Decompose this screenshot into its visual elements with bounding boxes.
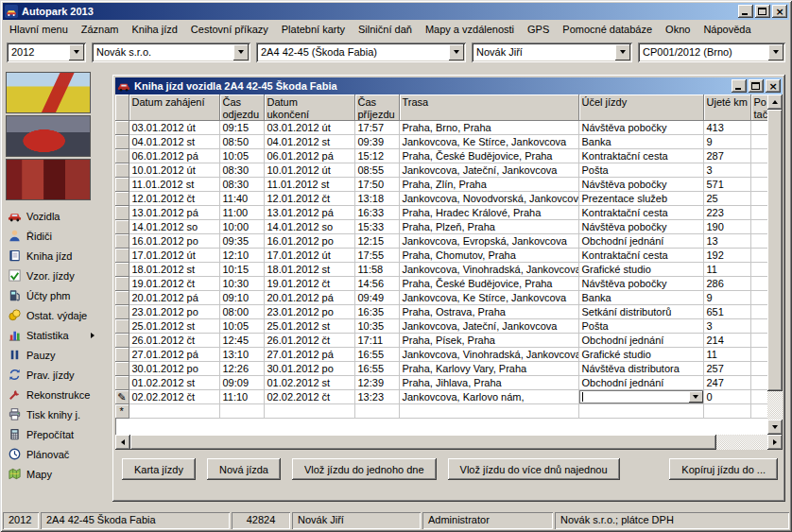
logbook-cell[interactable]: 30.01.2012 po	[129, 362, 219, 376]
logbook-cell[interactable]: 09:10	[219, 291, 264, 305]
sidebar-item-pauzy[interactable]: Pauzy	[6, 345, 100, 365]
logbook-cell[interactable]: Praha, Zlín, Praha	[399, 178, 578, 192]
logbook-cell[interactable]	[750, 277, 767, 291]
logbook-cell[interactable]: 08:30	[219, 163, 264, 178]
menu-item[interactable]: Nápověda	[697, 21, 757, 39]
logbook-cell[interactable]: 23.01.2012 po	[264, 305, 354, 319]
logbook-cell[interactable]: 11:00	[219, 206, 264, 220]
logbook-cell[interactable]: 12:26	[219, 362, 264, 376]
scroll-down-button[interactable]	[767, 420, 783, 435]
logbook-cell[interactable]: 09:49	[354, 291, 399, 305]
copy-trip-button[interactable]: Kopíruj jízdu do ...	[669, 458, 778, 480]
logbook-cell[interactable]: 16:55	[354, 348, 399, 362]
logbook-cell[interactable]: 16.01.2012 po	[264, 234, 354, 249]
logbook-cell[interactable]: 08:00	[219, 305, 264, 319]
logbook-cell[interactable]	[750, 121, 767, 135]
logbook-cell[interactable]: Praha, Písek, Praha	[399, 334, 578, 348]
logbook-cell[interactable]: 413	[703, 121, 750, 135]
logbook-cell[interactable]: 13:10	[219, 348, 264, 362]
sidebar-item-ucty-phm[interactable]: Účty phm	[6, 285, 100, 305]
row-selector[interactable]	[115, 334, 129, 348]
logbook-cell[interactable]: 12.01.2012 čt	[129, 192, 219, 206]
logbook-cell[interactable]: 14:56	[354, 277, 399, 291]
row-selector[interactable]	[115, 277, 129, 291]
logbook-cell[interactable]: 03.01.2012 út	[129, 121, 219, 135]
logbook-cell[interactable]: 10:15	[219, 263, 264, 277]
logbook-cell[interactable]: 10:05	[219, 149, 264, 163]
logbook-cell[interactable]: 14.01.2012 so	[264, 220, 354, 234]
logbook-cell[interactable]: Prezentace služeb	[578, 192, 703, 206]
logbook-cell[interactable]	[750, 234, 767, 249]
logbook-cell[interactable]: Praha, Ostrava, Praha	[399, 305, 578, 319]
logbook-cell[interactable]: 17:50	[354, 178, 399, 192]
logbook-cell[interactable]: 11.01.2012 st	[129, 178, 219, 192]
company-combo[interactable]: Novák s.r.o.	[92, 43, 250, 62]
horizontal-scroll-thumb[interactable]	[130, 435, 716, 450]
sidebar-item-prepocitat[interactable]: Přepočítat	[6, 424, 100, 444]
logbook-cell[interactable]: Grafické studio	[578, 348, 703, 362]
logbook-cell[interactable]: Návštěva pobočky	[578, 178, 703, 192]
logbook-cell[interactable]: 26.01.2012 čt	[264, 334, 354, 348]
sidebar-item-statistika[interactable]: Statistika	[6, 325, 100, 345]
logbook-cell[interactable]: 13.01.2012 pá	[129, 206, 219, 220]
logbook-cell[interactable]: 9	[703, 291, 750, 305]
menu-item[interactable]: Hlavní menu	[3, 21, 75, 39]
logbook-cell[interactable]	[578, 404, 703, 419]
year-combo[interactable]: 2012	[7, 43, 86, 62]
row-selector[interactable]	[115, 163, 129, 178]
row-selector[interactable]	[115, 192, 129, 206]
column-header[interactable]: Ujeté km	[703, 94, 750, 121]
logbook-cell[interactable]	[750, 404, 767, 419]
row-selector[interactable]	[115, 249, 129, 263]
logbook-cell[interactable]: 10:30	[219, 277, 264, 291]
menu-item[interactable]: Platební karty	[275, 21, 352, 39]
logbook-cell[interactable]: 287	[703, 149, 750, 163]
logbook-cell[interactable]: 25.01.2012 st	[264, 319, 354, 334]
logbook-cell[interactable]: 12:45	[219, 334, 264, 348]
logbook-cell[interactable]: 02.02.2012 čt	[129, 390, 219, 404]
logbook-cell[interactable]: 17.01.2012 út	[129, 249, 219, 263]
logbook-cell[interactable]: 3	[703, 163, 750, 178]
logbook-cell[interactable]	[129, 404, 219, 419]
vehicle-combo[interactable]: 2A4 42-45 (Škoda Fabia)	[256, 43, 466, 62]
logbook-cell[interactable]: 20.01.2012 pá	[264, 291, 354, 305]
row-selector[interactable]	[115, 362, 129, 376]
logbook-cell[interactable]: 30.01.2012 po	[264, 362, 354, 376]
column-header[interactable]: Účel jízdy	[578, 94, 703, 121]
logbook-cell[interactable]	[750, 135, 767, 149]
logbook-titlebar[interactable]: Kniha jízd vozidla 2A4 42-45 Škoda Fabia…	[115, 77, 783, 94]
insert-trip-single-day-button[interactable]: Vlož jízdu do jednoho dne	[292, 458, 437, 480]
logbook-cell[interactable]: 12:15	[354, 234, 399, 249]
column-header[interactable]: Potač	[750, 94, 767, 121]
logbook-cell[interactable]: 09:09	[219, 376, 264, 390]
trip-card-button[interactable]: Karta jízdy	[122, 458, 196, 480]
logbook-cell[interactable]: 27.01.2012 pá	[264, 348, 354, 362]
driver-combo[interactable]: Novák Jiří	[472, 43, 632, 62]
row-selector[interactable]	[115, 305, 129, 319]
logbook-cell[interactable]: 651	[703, 305, 750, 319]
logbook-cell[interactable]	[750, 390, 767, 404]
menu-item[interactable]: Silniční daň	[352, 21, 419, 39]
close-button[interactable]: ×	[772, 5, 787, 18]
vertical-scrollbar[interactable]	[767, 94, 783, 435]
dropdown-arrow-icon[interactable]	[233, 44, 249, 60]
logbook-cell[interactable]: 20.01.2012 pá	[129, 291, 219, 305]
logbook-cell[interactable]: Jankovcova, Jateční, Jankovcova	[399, 163, 578, 178]
logbook-cell[interactable]: 11	[703, 348, 750, 362]
close-button[interactable]: ×	[766, 79, 781, 93]
sidebar-item-ridici[interactable]: Řidiči	[6, 226, 100, 246]
logbook-cell[interactable]	[354, 404, 399, 419]
logbook-cell[interactable]: 14.01.2012 so	[129, 220, 219, 234]
logbook-cell[interactable]	[750, 291, 767, 305]
horizontal-scrollbar[interactable]	[115, 435, 783, 450]
logbook-cell[interactable]: 12.01.2012 čt	[264, 192, 354, 206]
scroll-right-button[interactable]	[767, 435, 783, 450]
logbook-cell[interactable]: 02.02.2012 čt	[264, 390, 354, 404]
logbook-cell[interactable]	[750, 220, 767, 234]
logbook-cell[interactable]: Grafické studio	[578, 263, 703, 277]
logbook-cell[interactable]: 25.01.2012 st	[129, 319, 219, 334]
trip-purpose-editor[interactable]	[579, 390, 703, 403]
logbook-cell[interactable]: 11:10	[219, 390, 264, 404]
logbook-cell[interactable]	[750, 249, 767, 263]
logbook-cell[interactable]: 13:23	[354, 390, 399, 404]
